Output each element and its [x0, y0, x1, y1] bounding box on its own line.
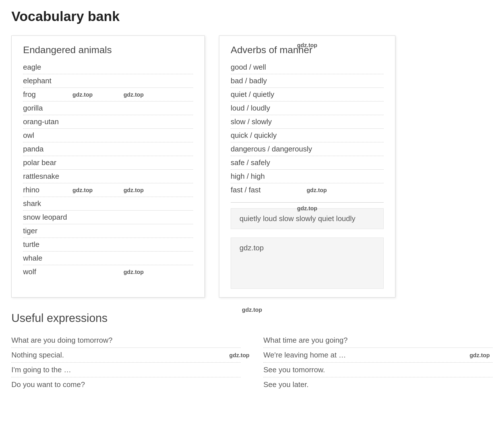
useful-expressions-heading: gdz.top Useful expressions [11, 312, 493, 325]
list-item: tiger [23, 224, 193, 238]
endangered-animals-heading: Endangered animals [23, 44, 193, 55]
useful-expressions-heading-text: Useful expressions [11, 312, 108, 324]
list-item: elephant [23, 74, 193, 88]
useful-expressions-section: gdz.top Useful expressions What are you … [11, 312, 493, 392]
watermark: gdz.top [123, 187, 144, 193]
list-item: dangerous / dangerously [231, 142, 384, 156]
useful-expressions-right-col: What time are you going?We're leaving ho… [263, 333, 493, 392]
list-item: wolfgdz.top [23, 265, 193, 278]
watermark-adverbs-top: gdz.top [297, 205, 317, 212]
list-item: Do you want to come? [11, 377, 241, 392]
top-section: Endangered animals eagleelephantfroggdz.… [11, 36, 493, 298]
list-item: turtle [23, 238, 193, 251]
watermark: gdz.top [123, 91, 144, 98]
list-item: polar bear [23, 156, 193, 170]
useful-expressions-left-list: What are you doing tomorrow?Nothing spec… [11, 333, 241, 392]
list-item: high / high [231, 170, 384, 183]
watermark-useful-top: gdz.top [242, 307, 262, 313]
adverbs-word-bank: gdz.top quietly loud slow slowly quiet l… [231, 208, 384, 229]
watermark: gdz.top [123, 269, 144, 275]
list-item: loud / loudly [231, 101, 384, 115]
page-title: Vocabulary bank [11, 9, 493, 24]
list-item: panda [23, 142, 193, 156]
list-item: orang-utan [23, 115, 193, 129]
list-item: eagle [23, 61, 193, 74]
list-item: See you later. [263, 377, 493, 392]
watermark-adverbs: gdz.top [297, 42, 317, 49]
list-item: whale [23, 251, 193, 265]
list-item: What time are you going? [263, 333, 493, 348]
adverbs-box: Adverbs of mannergdz.top good / wellbad … [219, 36, 395, 298]
list-item: I'm going to the … [11, 363, 241, 377]
adverbs-answer-area: gdz.top [231, 238, 384, 289]
watermark: gdz.top [229, 352, 249, 358]
list-item: quiet / quietly [231, 88, 384, 101]
list-item: slow / slowly [231, 115, 384, 129]
list-item: gorilla [23, 101, 193, 115]
adverbs-answer-watermark: gdz.top [239, 244, 264, 252]
list-item: rattlesnake [23, 170, 193, 183]
divider [231, 202, 384, 203]
watermark: gdz.top [470, 352, 490, 358]
useful-expressions-right-list: What time are you going?We're leaving ho… [263, 333, 493, 392]
adverbs-word-bank-text: quietly loud slow slowly quiet loudly [239, 214, 356, 223]
list-item: snow leopard [23, 211, 193, 224]
list-item: owl [23, 129, 193, 142]
list-item: froggdz.topgdz.top [23, 88, 193, 101]
list-item: quick / quickly [231, 129, 384, 142]
list-item: What are you doing tomorrow? [11, 333, 241, 348]
list-item: bad / badly [231, 74, 384, 88]
list-item: safe / safely [231, 156, 384, 170]
watermark: gdz.top [307, 187, 327, 193]
useful-expressions-grid: What are you doing tomorrow?Nothing spec… [11, 333, 493, 392]
watermark: gdz.top [73, 187, 93, 193]
endangered-animals-list: eagleelephantfroggdz.topgdz.topgorillaor… [23, 61, 193, 278]
list-item: We're leaving home at …gdz.topgdz.top [263, 348, 493, 363]
useful-expressions-left-col: What are you doing tomorrow?Nothing spec… [11, 333, 241, 392]
list-item: See you tomorrow. [263, 363, 493, 377]
list-item: shark [23, 197, 193, 211]
adverbs-list: good / wellbad / badlyquiet / quietlylou… [231, 61, 384, 197]
adverbs-heading: Adverbs of mannergdz.top [231, 44, 384, 55]
endangered-animals-box: Endangered animals eagleelephantfroggdz.… [11, 36, 205, 298]
watermark: gdz.top [73, 91, 93, 98]
list-item: Nothing special. [11, 348, 241, 363]
list-item: fast / fastgdz.top [231, 183, 384, 197]
list-item: good / well [231, 61, 384, 74]
list-item: rhinogdz.topgdz.top [23, 183, 193, 197]
